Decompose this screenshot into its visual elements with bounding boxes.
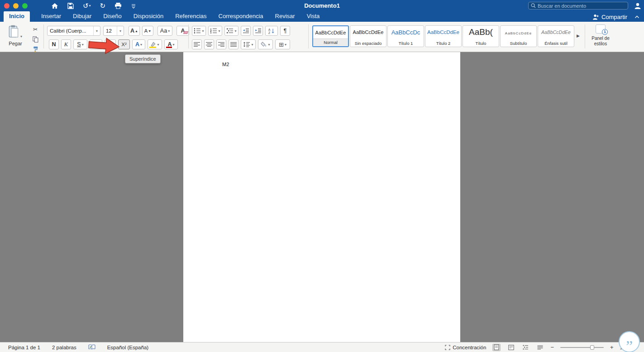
bold-button[interactable]: N (49, 39, 59, 49)
tab-insertar[interactable]: Insertar (41, 11, 62, 22)
zoom-slider-thumb[interactable] (590, 345, 594, 350)
word-window: ↺ ▾ ↻ Documento1 Inicio (0, 0, 644, 352)
tab-disposicion[interactable]: Disposición (133, 11, 164, 22)
decrease-indent-icon (243, 28, 249, 34)
save-icon[interactable] (67, 2, 74, 10)
highlight-color-button[interactable]: ▾ (148, 39, 162, 49)
redo-button[interactable]: ↻ (100, 2, 106, 10)
font-size-caret-icon[interactable]: ▾ (117, 26, 124, 35)
view-draft-icon[interactable] (536, 344, 544, 351)
tab-vista[interactable]: Vista (306, 11, 320, 22)
tab-referencias[interactable]: Referencias (175, 11, 207, 22)
zoom-slider[interactable] (560, 347, 604, 348)
zoom-in-icon[interactable]: + (610, 344, 614, 350)
zoom-out-icon[interactable]: − (550, 344, 554, 350)
window-title: Documento1 (304, 2, 340, 9)
text-effects-button[interactable]: A▾ (132, 39, 145, 49)
style-normal[interactable]: AaBbCcDdEe Normal (312, 25, 349, 47)
shading-button[interactable]: ▾ (258, 39, 273, 49)
style-subtitulo[interactable]: AaBbCcDdEe Subtítulo (500, 25, 537, 47)
style-enfasis-sutil[interactable]: AaBbCcDdEe Énfasis sutil (538, 25, 574, 47)
multilevel-list-button[interactable]: ▾ (224, 26, 239, 36)
share-button[interactable]: Compartir (592, 14, 627, 20)
numbering-button[interactable]: ▾ (208, 26, 222, 36)
view-outline-icon[interactable] (521, 344, 530, 351)
borders-button[interactable]: ⊞▾ (275, 39, 290, 49)
grow-font-label: A (130, 28, 134, 34)
shading-caret-icon[interactable]: ▾ (268, 43, 270, 47)
decrease-indent-button[interactable] (241, 26, 251, 36)
tab-inicio[interactable]: Inicio (4, 11, 30, 22)
align-right-button[interactable] (216, 39, 226, 49)
search-input[interactable] (538, 3, 625, 9)
font-name-caret-icon[interactable]: ▾ (93, 26, 100, 35)
eraser-icon (183, 31, 188, 34)
collapse-ribbon-icon[interactable] (634, 15, 639, 19)
highlight-caret-icon[interactable]: ▾ (157, 43, 159, 47)
minimize-window-button[interactable] (13, 3, 19, 9)
justify-button[interactable] (229, 39, 239, 49)
underline-caret-icon[interactable]: ▾ (82, 43, 84, 47)
multilevel-caret-icon[interactable]: ▾ (234, 29, 236, 33)
underline-button[interactable]: S▾ (73, 39, 87, 49)
increase-indent-button[interactable] (253, 26, 263, 36)
sort-button[interactable]: AZ (265, 26, 278, 36)
more-styles-arrow-icon[interactable]: ▶ (577, 34, 580, 38)
copy-icon[interactable] (31, 35, 40, 43)
page-indicator[interactable]: Página 1 de 1 (8, 345, 40, 350)
word-count[interactable]: 2 palabras (52, 345, 76, 350)
spellcheck-icon[interactable] (88, 344, 95, 350)
style-titulo-2[interactable]: AaBbCcDdEe Título 2 (425, 25, 462, 47)
cut-icon[interactable]: ✂ (31, 25, 40, 33)
tab-revisar[interactable]: Revisar (275, 11, 296, 22)
change-case-button[interactable]: Aa▾ (157, 26, 172, 36)
tab-diseno[interactable]: Diseño (103, 11, 122, 22)
line-spacing-button[interactable]: ▾ (241, 39, 256, 49)
font-size-combo[interactable]: 12 ▾ (103, 26, 124, 36)
print-icon[interactable] (114, 2, 122, 10)
view-print-layout-icon[interactable] (492, 344, 501, 351)
close-window-button[interactable] (4, 3, 10, 9)
styles-pane-button[interactable]: 1 Panel de estilos (587, 24, 614, 46)
align-left-button[interactable] (192, 39, 202, 49)
show-paragraph-marks-button[interactable]: ¶ (280, 26, 290, 36)
numbering-caret-icon[interactable]: ▾ (218, 29, 220, 33)
tab-dibujar[interactable]: Dibujar (72, 11, 92, 22)
view-full-screen-icon[interactable] (507, 344, 515, 351)
document-search-box[interactable] (528, 2, 628, 10)
style-titulo-1[interactable]: AaBbCcDc Título 1 (387, 25, 424, 47)
account-icon[interactable] (634, 2, 641, 10)
font-name-combo[interactable]: Calibri (Cuerp... ▾ (47, 26, 100, 36)
paste-dropdown-caret-icon[interactable]: ▾ (20, 34, 22, 39)
document-page[interactable]: M2 (183, 52, 460, 342)
tab-correspondencia[interactable]: Correspondencia (218, 11, 264, 22)
feedback-bubble-icon[interactable]: ” (619, 331, 640, 352)
style-sin-espaciado[interactable]: AaBbCcDdEe Sin espaciado (350, 25, 386, 47)
format-painter-icon[interactable] (31, 45, 40, 53)
bullets-caret-icon[interactable]: ▾ (202, 29, 204, 33)
focus-mode-button[interactable]: Concentración (445, 345, 486, 350)
style-titulo[interactable]: AaBb( Título (463, 25, 499, 47)
font-color-button[interactable]: A▾ (164, 39, 178, 49)
ribbon-tab-bar: Inicio Insertar Dibujar Diseño Disposici… (0, 11, 644, 22)
line-spacing-caret-icon[interactable]: ▾ (251, 43, 253, 47)
borders-caret-icon[interactable]: ▾ (285, 43, 286, 47)
undo-button[interactable]: ↺ ▾ (83, 2, 91, 10)
justify-icon (230, 42, 237, 47)
shrink-font-button[interactable]: A▼ (142, 26, 153, 36)
paste-button[interactable]: ▾ Pegar (5, 25, 26, 49)
undo-dropdown-caret-icon[interactable]: ▾ (89, 4, 91, 8)
clear-formatting-button[interactable]: A (177, 26, 189, 36)
text-effects-caret-icon[interactable]: ▾ (140, 43, 142, 47)
styles-pane-label: Panel de estilos (587, 36, 614, 46)
bullets-button[interactable]: ▾ (192, 26, 206, 36)
font-color-caret-icon[interactable]: ▾ (173, 43, 175, 47)
zoom-window-button[interactable] (22, 3, 28, 9)
align-center-button[interactable] (204, 39, 214, 49)
italic-button[interactable]: K (61, 39, 71, 49)
home-icon[interactable] (51, 2, 58, 10)
grow-font-button[interactable]: A▲ (129, 26, 140, 36)
document-text[interactable]: M2 (222, 62, 229, 67)
customize-quick-access-icon[interactable] (131, 2, 136, 10)
language-indicator[interactable]: Español (España) (107, 345, 148, 350)
